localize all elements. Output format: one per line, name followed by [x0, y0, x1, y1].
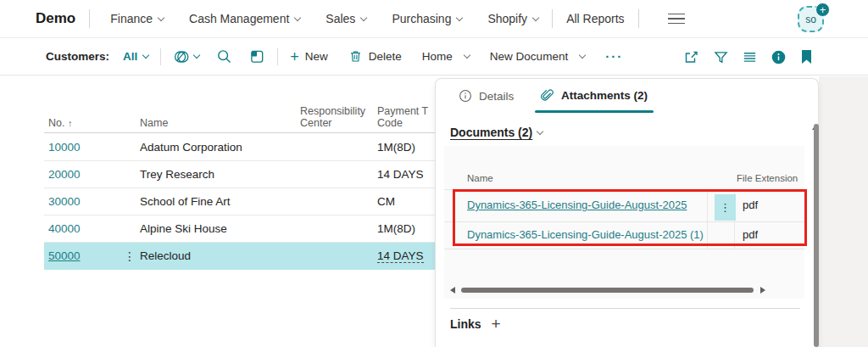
column-header-name[interactable]: Name	[140, 117, 168, 129]
nav-menu-purchasing[interactable]: Purchasing	[392, 12, 462, 25]
toolbar-icon-group	[173, 48, 265, 65]
active-tab-indicator	[535, 110, 654, 113]
attachment-more-options-icon[interactable]: ⋮	[715, 194, 736, 221]
search-icon[interactable]	[216, 48, 232, 64]
chevron-down-icon	[537, 127, 543, 134]
chevron-down-icon	[142, 52, 149, 59]
bookmark-icon[interactable]	[799, 49, 814, 64]
nav-menus: Finance Cash Management Sales Purchasing…	[110, 12, 538, 25]
top-nav: Demo Finance Cash Management Sales Purch…	[0, 0, 868, 38]
chevron-down-icon	[579, 52, 586, 59]
more-options-button[interactable]: ···	[605, 49, 623, 64]
nav-menu-cash-management[interactable]: Cash Management	[189, 12, 300, 25]
tab-attachments[interactable]: Attachments (2)	[540, 88, 648, 103]
page-context-label: Customers:	[46, 50, 109, 63]
customer-no-link[interactable]: 50000	[48, 243, 81, 270]
chevron-down-icon	[456, 14, 463, 20]
divider	[552, 9, 553, 28]
app-title[interactable]: Demo	[36, 10, 75, 27]
info-circle-icon	[459, 89, 472, 103]
attachment-row[interactable]: Dynamics-365-Licensing-Guide-August-2025…	[444, 221, 804, 249]
customer-no-link[interactable]: 30000	[48, 188, 81, 215]
links-section: Links +	[450, 317, 501, 331]
chevron-down-icon	[193, 52, 200, 59]
divider	[638, 9, 639, 28]
add-link-icon[interactable]: +	[492, 317, 501, 331]
table-row[interactable]: 30000 School of Fine Art CM	[44, 188, 436, 215]
row-more-options-icon[interactable]: ⋮	[124, 243, 136, 270]
toolbar-actions: +New Delete Home New Document ···	[290, 49, 623, 64]
table-row[interactable]: 10000 Adatum Corporation 1M(8D)	[44, 134, 436, 161]
header-divider	[44, 132, 436, 133]
table-row-selected[interactable]: 50000 ⋮ Relecloud 14 DAYS	[44, 243, 436, 270]
nav-all-reports[interactable]: All Reports	[566, 12, 624, 25]
avatar-plus-badge[interactable]: +	[815, 3, 830, 17]
column-header-payment-terms-code[interactable]: Payment T Code	[377, 105, 428, 129]
links-heading: Links	[450, 317, 481, 331]
table-row[interactable]: 20000 Trey Research 14 DAYS	[44, 161, 436, 188]
column-header-no[interactable]: No. ↑	[48, 117, 72, 129]
column-header-name[interactable]: Name	[467, 173, 493, 183]
nav-menu-sales[interactable]: Sales	[326, 12, 366, 25]
divider	[160, 48, 161, 65]
attachment-row[interactable]: Dynamics-365-Licensing-Guide-August-2025…	[444, 189, 804, 221]
hamburger-menu-icon[interactable]	[668, 14, 685, 25]
filter-icon[interactable]	[713, 49, 729, 65]
home-menu-button[interactable]: Home	[422, 50, 470, 63]
analysis-mode-icon[interactable]	[173, 48, 199, 65]
customer-no-link[interactable]: 10000	[48, 134, 81, 161]
attachments-factbox-card: Details Attachments (2) Documents (2) Na…	[435, 78, 819, 347]
toolbar-right-icons	[683, 38, 814, 76]
scroll-right-icon[interactable]	[760, 287, 765, 294]
column-header-responsibility-center[interactable]: Responsibility Center	[300, 105, 365, 129]
focus-mode-icon[interactable]	[249, 48, 265, 64]
scroll-left-icon[interactable]	[450, 287, 455, 294]
action-toolbar: Customers: All +	[0, 38, 868, 76]
documents-group-heading[interactable]: Documents (2)	[450, 126, 542, 139]
info-icon[interactable]	[771, 49, 787, 65]
chevron-down-icon	[294, 14, 301, 20]
list-view-icon[interactable]	[742, 49, 758, 65]
table-row[interactable]: 40000 Alpine Ski House 1M(8D)	[44, 215, 436, 243]
delete-button[interactable]: Delete	[348, 49, 402, 64]
customer-no-link[interactable]: 20000	[48, 161, 81, 188]
vertical-scrollbar[interactable]	[812, 110, 820, 347]
view-filter-button[interactable]: All	[123, 50, 148, 63]
plus-icon: +	[290, 51, 299, 63]
chevron-down-icon	[464, 52, 470, 59]
column-header-file-extension[interactable]: File Extension	[737, 173, 798, 183]
nav-menu-finance[interactable]: Finance	[110, 12, 164, 25]
trash-icon	[348, 49, 363, 64]
share-icon[interactable]	[683, 48, 700, 65]
tab-details[interactable]: Details	[459, 89, 514, 103]
vertical-scrollbar-thumb[interactable]	[814, 124, 819, 347]
chevron-down-icon	[532, 14, 539, 20]
attachment-name-link[interactable]: Dynamics-365-Licensing-Guide-August-2025	[467, 199, 687, 211]
chevron-down-icon	[360, 14, 367, 20]
paperclip-icon	[540, 88, 554, 103]
chevron-down-icon	[158, 14, 164, 20]
app-window: Demo Finance Cash Management Sales Purch…	[0, 0, 868, 347]
divider	[277, 48, 278, 65]
factbox-pane-background	[819, 76, 868, 347]
section-divider	[450, 308, 800, 309]
documents-grid: Name File Extension Dynamics-365-Licensi…	[444, 146, 804, 299]
customer-no-link[interactable]: 40000	[48, 215, 81, 243]
attachment-name-link[interactable]: Dynamics-365-Licensing-Guide-August-2025…	[467, 228, 704, 241]
nav-menu-shopify[interactable]: Shopify	[487, 12, 538, 25]
sort-ascending-icon: ↑	[68, 118, 73, 128]
new-document-menu-button[interactable]: New Document	[490, 50, 585, 63]
horizontal-scrollbar[interactable]	[444, 285, 804, 295]
new-button[interactable]: +New	[290, 50, 328, 63]
divider	[89, 9, 90, 28]
horizontal-scrollbar-thumb[interactable]	[461, 288, 754, 293]
